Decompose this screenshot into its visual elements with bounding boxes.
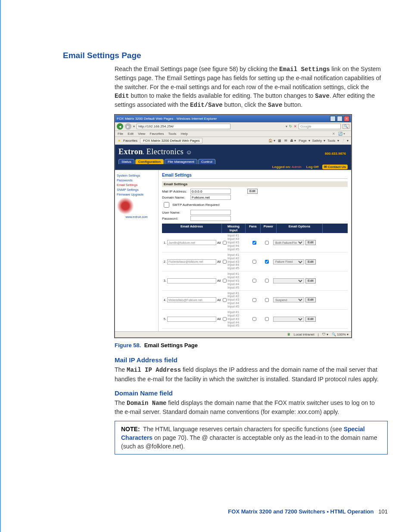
smtp-auth-checkbox[interactable] [164, 202, 169, 208]
editsave-ref: Edit/Save [190, 102, 223, 109]
zone-icon: 🖥 [287, 333, 290, 336]
sidebar-item-passwords[interactable]: Passwords [117, 178, 156, 182]
email-address-input[interactable] [167, 259, 216, 264]
email-options-select[interactable]: Both Failure/Fixed [273, 240, 304, 245]
edit-settings-button[interactable]: Edit [247, 189, 258, 194]
power-checkbox[interactable] [265, 317, 269, 321]
edit-row-button[interactable]: Edit [305, 259, 316, 264]
home-icon[interactable]: 🏠 ▾ [268, 139, 275, 143]
sidebar-url[interactable]: www.extron.com [117, 215, 156, 218]
search-input[interactable]: Google [299, 124, 341, 129]
all-checkbox[interactable] [223, 279, 227, 283]
inputs-list[interactable]: Input #1Input #2Input #3Input #4Input #5 [227, 272, 248, 289]
zoom-level[interactable]: 🔍 100% ▾ [332, 333, 349, 336]
email-options-select[interactable] [273, 278, 304, 283]
col-missing-input: Missing Input [222, 224, 246, 233]
edit-row-button[interactable]: Edit [305, 278, 316, 283]
intro-paragraph: Reach the Email Settings page (see figur… [115, 65, 383, 109]
safety-menu[interactable]: Safety [312, 139, 322, 143]
edit-row-button[interactable]: Edit [305, 240, 316, 245]
note-label: NOTE: [121, 426, 140, 432]
row-number: 3. [162, 279, 167, 283]
subheading-mailip: Mail IP Address field [115, 356, 388, 364]
tab-configuration[interactable]: Configuration [135, 159, 164, 164]
sidebar-item-snmp[interactable]: SNMP Settings [117, 188, 156, 192]
menu-edit[interactable]: Edit [128, 132, 134, 136]
fans-checkbox[interactable] [252, 298, 256, 302]
username-input[interactable] [190, 210, 231, 215]
sidebar-item-firmware[interactable]: Firmware Upgrade [117, 193, 156, 196]
contact-us-button[interactable]: ✉ Contact Us [322, 165, 348, 169]
window-title: FOX Matrix 3200 Default Web Pages - Wind… [117, 117, 217, 121]
menu-file[interactable]: File [118, 132, 123, 136]
inputs-list[interactable]: Input #1Input #2Input #3Input #4Input #5 [227, 234, 248, 251]
page-menu[interactable]: Page [299, 139, 307, 143]
fans-checkbox[interactable] [252, 260, 256, 264]
forward-icon[interactable]: ► [125, 123, 131, 130]
logo-image [117, 197, 134, 215]
mail-icon[interactable]: ✉ [284, 139, 287, 143]
menu-view[interactable]: View [138, 132, 145, 136]
domain-input[interactable] [190, 195, 231, 200]
all-checkbox[interactable] [223, 298, 227, 302]
menu-favorites[interactable]: Favorites [150, 132, 164, 136]
username-label: User Name: [162, 211, 189, 215]
intro-text: button to make the fields available for … [129, 92, 315, 99]
table-row: 2.AllInput #1Input #2Input #3Input #4Inp… [162, 252, 348, 271]
fans-checkbox[interactable] [252, 279, 256, 283]
email-options-select[interactable] [273, 317, 304, 322]
star-icon[interactable]: ★ [118, 139, 121, 143]
email-address-input[interactable] [167, 240, 216, 245]
close-icon[interactable]: × [344, 116, 349, 121]
menu-help[interactable]: Help [181, 132, 188, 136]
tab-status[interactable]: Status [118, 159, 134, 164]
fans-checkbox[interactable] [252, 317, 256, 321]
minimize-icon[interactable]: _ [330, 116, 336, 121]
url-field[interactable]: http://192.168.254.254/ [137, 124, 230, 129]
tab-file-management[interactable]: File Management [165, 159, 197, 164]
mailip-input[interactable] [190, 189, 231, 194]
all-checkbox[interactable] [223, 260, 227, 264]
tools-menu[interactable]: Tools [327, 139, 336, 143]
tab-control[interactable]: Control [198, 159, 215, 164]
help-icon[interactable]: ❔ [341, 139, 345, 143]
all-label: All [217, 279, 221, 283]
email-settings-link-ref: Email Settings [279, 66, 330, 73]
figure-title: Email Settings Page [144, 342, 198, 348]
power-checkbox[interactable] [265, 279, 269, 283]
intro-text: button. [282, 101, 302, 108]
sidebar-item-email[interactable]: Email Settings [117, 183, 156, 187]
all-checkbox[interactable] [223, 241, 227, 245]
power-checkbox[interactable] [265, 260, 269, 264]
edit-row-button[interactable]: Edit [305, 317, 316, 322]
table-row: 1.AllInput #1Input #2Input #3Input #4Inp… [162, 233, 348, 252]
all-checkbox[interactable] [223, 317, 227, 321]
row-number: 1. [162, 241, 167, 245]
power-checkbox[interactable] [265, 241, 269, 245]
power-checkbox[interactable] [265, 298, 269, 302]
protected-mode-icon: 🛡 ▾ [322, 333, 328, 336]
favorites-label[interactable]: Favorites [123, 139, 137, 143]
back-icon[interactable]: ◄ [117, 123, 123, 130]
browser-tab[interactable]: FOX Matrix 3200 Default Web Pages [140, 138, 202, 143]
inputs-list[interactable]: Input #1Input #2Input #3Input #4Input #5 [227, 292, 248, 308]
menu-tools[interactable]: Tools [168, 132, 177, 136]
logoff-link[interactable]: Log Off [306, 165, 318, 169]
print-icon[interactable]: 🖶 ▾ [290, 139, 296, 143]
email-options-select[interactable]: Failure Fixed [273, 259, 304, 264]
feed-icon[interactable]: ▦ [278, 139, 281, 143]
inputs-list[interactable]: Input #1Input #2Input #3Input #4Input #5 [227, 253, 248, 270]
email-address-input[interactable] [167, 317, 216, 322]
col-options: Email Options [277, 224, 323, 233]
edit-row-button[interactable]: Edit [305, 297, 316, 302]
fans-checkbox[interactable] [252, 241, 256, 245]
browser-window: FOX Matrix 3200 Default Web Pages - Wind… [115, 115, 352, 338]
password-input[interactable] [190, 216, 231, 221]
sidebar-item-system[interactable]: System Settings [117, 174, 156, 177]
maximize-icon[interactable]: □ [337, 116, 342, 121]
inputs-list[interactable]: Input #1Input #2Input #3Input #4Input #5 [227, 311, 248, 327]
user-name: Admin [292, 165, 302, 169]
email-options-select[interactable]: Suspend [273, 297, 304, 302]
email-address-input[interactable] [167, 278, 216, 283]
email-address-input[interactable] [167, 297, 216, 302]
